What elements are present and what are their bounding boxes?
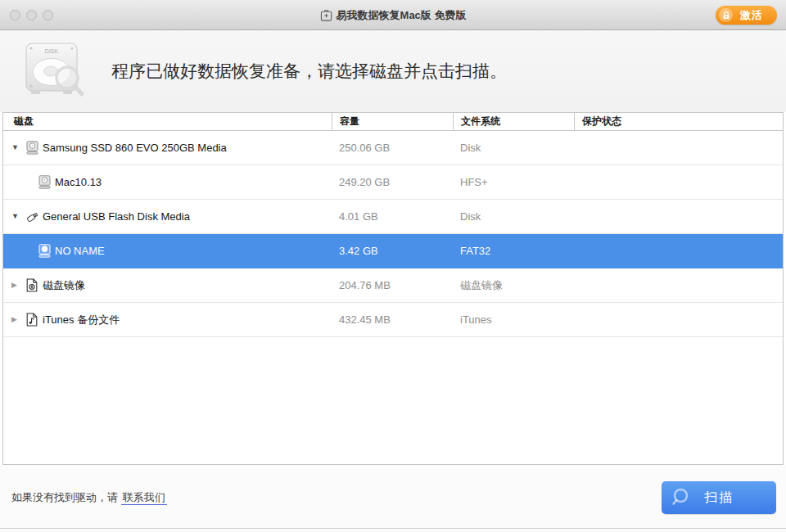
- itunes-backup-icon: [26, 313, 39, 327]
- footer-hint: 如果没有找到驱动，请 联系我们: [11, 490, 167, 505]
- disk-icon-label: DISK: [45, 48, 59, 54]
- row-capacity: 432.45 MB: [332, 313, 453, 326]
- usb-drive-icon: [26, 210, 39, 223]
- activate-button[interactable]: 激活: [716, 6, 777, 25]
- row-filesystem: Disk: [453, 210, 574, 223]
- internal-drive-icon: [38, 175, 52, 189]
- row-name: Mac10.13: [55, 176, 102, 188]
- disk-table: 磁盘 容量 文件系统 保护状态 ▼ Samsung SSD 860 EVO 25…: [2, 112, 784, 465]
- table-row[interactable]: ▼ Samsung SSD 860 EVO 250GB Media 250.06…: [3, 131, 783, 165]
- table-row[interactable]: ▶ 磁盘镜像 204.76 MB 磁盘镜像: [3, 268, 783, 303]
- lock-icon: [719, 8, 733, 22]
- row-capacity: 204.76 MB: [332, 279, 453, 291]
- footer: 如果没有找到驱动，请 联系我们 扫描: [0, 465, 786, 532]
- row-filesystem: FAT32: [453, 245, 574, 257]
- close-window-button[interactable]: [10, 10, 20, 20]
- row-name: NO NAME: [55, 245, 105, 257]
- footer-hint-text: 如果没有找到驱动，请: [11, 491, 118, 503]
- disk-image-icon: [26, 278, 39, 292]
- traffic-lights: [10, 10, 53, 20]
- window-title-group: 易我数据恢复Mac版 免费版: [320, 0, 467, 30]
- disk-search-icon: DISK: [21, 40, 90, 102]
- row-name: General USB Flash Disk Media: [43, 210, 190, 223]
- window-bottom-edge: [0, 528, 786, 529]
- column-header-filesystem[interactable]: 文件系统: [453, 113, 574, 131]
- row-name-cell: ▶ iTunes 备份文件: [3, 313, 332, 327]
- row-capacity: 3.42 GB: [332, 245, 453, 257]
- minimize-window-button[interactable]: [26, 10, 37, 20]
- row-name: iTunes 备份文件: [43, 313, 120, 327]
- row-name-cell: ▼ General USB Flash Disk Media: [3, 210, 332, 223]
- contact-us-link[interactable]: 联系我们: [121, 491, 167, 505]
- header-message: 程序已做好数据恢复准备，请选择磁盘并点击扫描。: [111, 60, 507, 83]
- row-capacity: 249.20 GB: [332, 176, 453, 188]
- activate-button-label: 激活: [740, 8, 763, 23]
- disclosure-triangle-icon[interactable]: ▶: [11, 282, 26, 289]
- titlebar: 易我数据恢复Mac版 免费版 激活: [0, 0, 786, 30]
- scan-button[interactable]: 扫描: [662, 481, 776, 514]
- table-row[interactable]: Mac10.13 249.20 GB HFS+: [3, 165, 783, 200]
- table-body: ▼ Samsung SSD 860 EVO 250GB Media 250.06…: [3, 131, 783, 337]
- row-name-cell: ▼ Samsung SSD 860 EVO 250GB Media: [3, 141, 332, 155]
- column-header-disk[interactable]: 磁盘: [3, 113, 332, 131]
- window-title: 易我数据恢复Mac版 免费版: [337, 8, 467, 23]
- zoom-window-button[interactable]: [43, 10, 53, 20]
- internal-drive-icon: [38, 244, 52, 258]
- app-header: DISK 程序已做好数据恢复准备，请选择磁盘并点击扫描。: [0, 30, 786, 112]
- table-row[interactable]: ▼ General USB Flash Disk Media 4.01 GB D…: [3, 200, 783, 234]
- row-filesystem: 磁盘镜像: [453, 278, 574, 293]
- table-row[interactable]: NO NAME 3.42 GB FAT32: [3, 234, 783, 268]
- table-header: 磁盘 容量 文件系统 保护状态: [3, 113, 783, 131]
- row-name-cell: Mac10.13: [3, 175, 332, 189]
- row-filesystem: Disk: [453, 142, 574, 154]
- disclosure-triangle-icon[interactable]: ▼: [11, 213, 26, 220]
- internal-drive-icon: [26, 141, 39, 155]
- row-name: 磁盘镜像: [43, 278, 85, 293]
- scan-magnifier-icon: [671, 487, 693, 508]
- row-filesystem: HFS+: [453, 176, 574, 188]
- row-filesystem: iTunes: [453, 313, 574, 326]
- disclosure-triangle-icon[interactable]: ▶: [11, 316, 26, 323]
- column-header-protection[interactable]: 保护状态: [574, 113, 783, 131]
- row-name-cell: ▶ 磁盘镜像: [3, 278, 332, 293]
- row-capacity: 4.01 GB: [332, 210, 453, 223]
- column-header-capacity[interactable]: 容量: [332, 113, 453, 131]
- app-proxy-icon: [320, 9, 333, 22]
- row-name-cell: NO NAME: [3, 244, 332, 258]
- disclosure-triangle-icon[interactable]: ▼: [11, 144, 26, 151]
- row-name: Samsung SSD 860 EVO 250GB Media: [43, 142, 227, 154]
- row-capacity: 250.06 GB: [332, 142, 453, 154]
- table-row[interactable]: ▶ iTunes 备份文件 432.45 MB iTunes: [3, 303, 783, 337]
